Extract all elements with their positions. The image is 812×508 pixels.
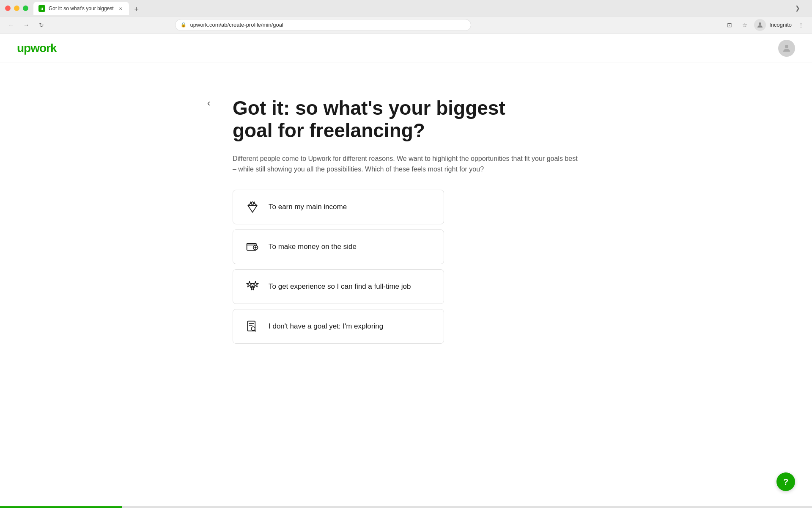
url-text: upwork.com/ab/create-profile/min/goal xyxy=(190,22,283,28)
svg-point-1 xyxy=(785,45,788,48)
back-navigation-button[interactable]: ← xyxy=(5,19,17,31)
lock-icon: 🔒 xyxy=(181,22,187,28)
option-exploring-label: I don't have a goal yet: I'm exploring xyxy=(269,322,383,331)
svg-marker-2 xyxy=(248,202,257,213)
browser-tabs: u Got it: so what's your biggest ✕ + xyxy=(33,1,143,15)
maximize-window-button[interactable] xyxy=(23,6,28,11)
minimize-window-button[interactable] xyxy=(14,6,19,11)
option-main-income-label: To earn my main income xyxy=(269,203,347,211)
browser-toolbar: ← → ↻ 🔒 upwork.com/ab/create-profile/min… xyxy=(0,16,812,33)
page-content: upwork ‹ Got it: so what's your biggest … xyxy=(0,33,812,508)
address-bar[interactable]: 🔒 upwork.com/ab/create-profile/min/goal xyxy=(175,19,471,31)
upwork-logo: upwork xyxy=(17,41,57,55)
toolbar-actions: ⊡ ☆ Incognito ⋮ xyxy=(724,19,807,31)
menu-button[interactable]: ⋮ xyxy=(795,19,807,31)
tab-title: Got it: so what's your biggest xyxy=(49,6,114,11)
cast-icon[interactable]: ⊡ xyxy=(724,19,735,31)
page-title: Got it: so what's your biggest goal for … xyxy=(233,97,550,142)
option-exploring[interactable]: I don't have a goal yet: I'm exploring xyxy=(233,309,444,344)
user-avatar[interactable] xyxy=(778,40,795,57)
svg-point-0 xyxy=(759,22,761,25)
profile-button[interactable] xyxy=(754,19,766,31)
stars-icon xyxy=(245,279,260,294)
traffic-lights xyxy=(5,6,28,11)
active-tab[interactable]: u Got it: so what's your biggest ✕ xyxy=(33,2,129,15)
page-description: Different people come to Upwork for diff… xyxy=(233,154,579,175)
new-tab-button[interactable]: + xyxy=(131,3,143,15)
search-clipboard-icon xyxy=(245,319,260,334)
bookmark-icon[interactable]: ☆ xyxy=(739,19,751,31)
option-experience-label: To get experience so I can find a full-t… xyxy=(269,282,411,291)
progress-bar-container xyxy=(0,506,812,508)
svg-marker-6 xyxy=(252,282,258,287)
tab-favicon: u xyxy=(38,5,45,12)
help-button[interactable]: ? xyxy=(776,472,795,491)
wallet-plus-icon xyxy=(245,239,260,254)
svg-marker-5 xyxy=(247,282,252,287)
browser-titlebar: u Got it: so what's your biggest ✕ + ❯ xyxy=(0,0,812,16)
option-experience[interactable]: To get experience so I can find a full-t… xyxy=(233,269,444,304)
diamond-icon xyxy=(245,199,260,215)
option-side-money[interactable]: To make money on the side xyxy=(233,229,444,264)
close-window-button[interactable] xyxy=(5,6,11,11)
incognito-label: Incognito xyxy=(769,22,792,28)
back-button[interactable]: ‹ xyxy=(207,98,210,109)
options-list: To earn my main income To make money on … xyxy=(233,190,444,344)
reload-button[interactable]: ↻ xyxy=(36,19,47,31)
progress-bar-fill xyxy=(0,506,122,508)
tabs-chevron-icon: ❯ xyxy=(795,5,807,11)
main-content: ‹ Got it: so what's your biggest goal fo… xyxy=(216,63,596,344)
browser-chrome: u Got it: so what's your biggest ✕ + ❯ ←… xyxy=(0,0,812,33)
tab-close-button[interactable]: ✕ xyxy=(117,5,124,12)
upwork-header: upwork xyxy=(0,33,812,63)
forward-navigation-button[interactable]: → xyxy=(20,19,32,31)
option-side-money-label: To make money on the side xyxy=(269,243,357,251)
option-main-income[interactable]: To earn my main income xyxy=(233,190,444,224)
